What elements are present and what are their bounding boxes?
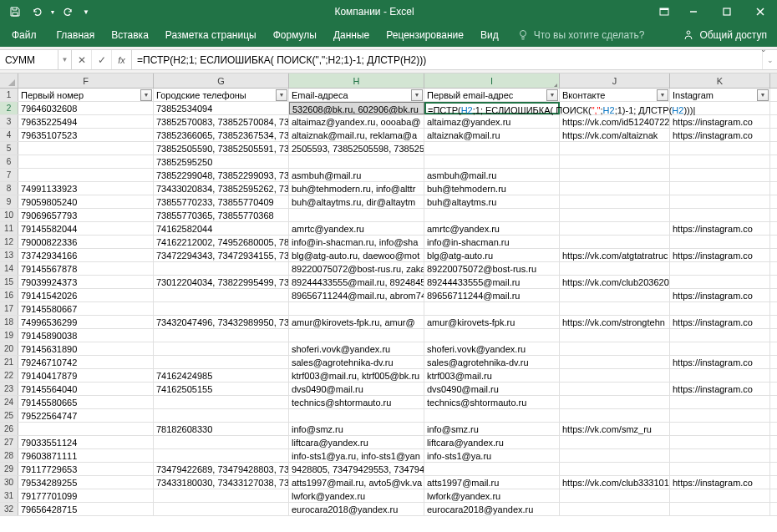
cell[interactable]: 79039924373 <box>18 276 154 288</box>
table-header-cell[interactable]: Городские телефоны▼ <box>154 89 289 101</box>
cell[interactable]: info@in-shacman.ru <box>424 236 560 248</box>
row-header[interactable]: 31 <box>0 489 18 502</box>
cell[interactable]: 73012204034, 73822995499, 7383 <box>154 276 289 288</box>
cell[interactable] <box>670 236 770 248</box>
cell[interactable] <box>560 409 670 422</box>
cell[interactable]: info@smz.ru <box>289 423 424 435</box>
cell[interactable] <box>670 369 770 382</box>
cell[interactable]: 73433180030, 73433127038, 7343 <box>154 476 289 489</box>
cell[interactable]: 73433020834, 73852595262, 7385 <box>154 182 289 195</box>
enter-formula-button[interactable]: ✓ <box>92 50 112 69</box>
cell[interactable]: 79145580667 <box>18 302 154 315</box>
cell[interactable] <box>670 155 770 168</box>
cell[interactable]: 79145582044 <box>18 222 154 235</box>
cell[interactable]: shoferi.vovk@yandex.ru <box>424 342 560 355</box>
cell[interactable]: 73852595250 <box>154 155 289 168</box>
cell[interactable] <box>670 423 770 435</box>
cell[interactable] <box>154 449 289 462</box>
table-header-cell[interactable]: Instagram▼ <box>670 89 770 101</box>
cell[interactable] <box>670 276 770 288</box>
cell[interactable]: https://vk.com/altaiznak <box>560 129 670 141</box>
ribbon-tab-главная[interactable]: Главная <box>48 23 104 47</box>
cell[interactable]: 79603871111 <box>18 449 154 462</box>
cell[interactable]: 79177701099 <box>18 489 154 502</box>
cell[interactable] <box>560 396 670 408</box>
cell[interactable] <box>670 329 770 342</box>
cell[interactable]: https://instagram.co <box>670 249 770 261</box>
cell[interactable]: https://vk.com/club333101 <box>560 476 670 489</box>
cell[interactable]: https://vk.com/atgtatratruc <box>560 249 670 261</box>
cell[interactable] <box>154 409 289 422</box>
share-button[interactable]: Общий доступ <box>673 23 777 47</box>
filter-button[interactable]: ▼ <box>276 89 287 101</box>
cell[interactable]: https://instagram.co <box>670 289 770 301</box>
cell[interactable] <box>18 142 154 155</box>
cell[interactable]: dvs0490@mail.ru <box>289 383 424 395</box>
column-header-I[interactable]: I <box>424 73 560 88</box>
cell[interactable]: 79635225494 <box>18 115 154 128</box>
cell[interactable] <box>560 209 670 221</box>
cell[interactable]: altaimaz@yandex.ru <box>424 115 560 128</box>
cell[interactable]: 74996536299 <box>18 316 154 328</box>
row-header[interactable]: 13 <box>0 249 18 261</box>
cell[interactable]: 79246710742 <box>18 356 154 368</box>
cancel-formula-button[interactable]: ✕ <box>72 50 92 69</box>
cell[interactable]: blg@atg-auto.ru <box>424 249 560 261</box>
cell[interactable]: 79534289255 <box>18 476 154 489</box>
cell[interactable] <box>154 342 289 355</box>
cell[interactable]: 79646032608 <box>18 102 154 114</box>
cell[interactable] <box>560 369 670 382</box>
row-header[interactable]: 10 <box>0 209 18 221</box>
row-header[interactable]: 8 <box>0 182 18 195</box>
column-header-H[interactable]: H <box>289 73 424 88</box>
ribbon-tab-рецензирование[interactable]: Рецензирование <box>378 23 472 47</box>
cell[interactable]: 74991133923 <box>18 182 154 195</box>
cell[interactable]: https://instagram.co <box>670 476 770 489</box>
cell[interactable]: 73742934166 <box>18 249 154 261</box>
cell[interactable] <box>560 356 670 368</box>
cell[interactable]: 74162212002, 74952680005, 7843 <box>154 236 289 248</box>
cell[interactable]: info-sts1@ya.ru <box>424 449 560 462</box>
cell[interactable]: 73432047496, 73432989950, 7343 <box>154 316 289 328</box>
ribbon-tab-вид[interactable]: Вид <box>472 23 507 47</box>
cell[interactable]: buh@tehmodern.ru, info@alttr <box>289 182 424 195</box>
row-header[interactable]: 26 <box>0 423 18 435</box>
cell[interactable]: 89656711244@mail.ru <box>424 289 560 301</box>
cell[interactable] <box>154 356 289 368</box>
cell[interactable] <box>670 396 770 408</box>
cell[interactable] <box>560 489 670 502</box>
cell[interactable] <box>670 449 770 462</box>
row-header[interactable]: 7 <box>0 169 18 181</box>
cell[interactable] <box>560 182 670 195</box>
cell[interactable] <box>424 142 560 155</box>
cell[interactable]: https://instagram.co <box>670 383 770 395</box>
column-header-G[interactable]: G <box>154 73 289 88</box>
cell[interactable] <box>560 155 670 168</box>
select-all-corner[interactable] <box>0 73 18 88</box>
row-header[interactable]: 6 <box>0 155 18 168</box>
cell[interactable]: 78182608330 <box>154 423 289 435</box>
cell[interactable]: https://vk.com/id51240722 <box>560 115 670 128</box>
cell[interactable]: 2505593, 73852505598, 73852555 <box>289 142 424 155</box>
save-button[interactable] <box>5 2 25 22</box>
cell[interactable]: buh@altaytms.ru, dir@altaytm <box>289 195 424 208</box>
cell[interactable]: altaimaz@yandex.ru, oooaba@ <box>289 115 424 128</box>
cell[interactable]: https://instagram.co <box>670 316 770 328</box>
cell[interactable]: ktrf003@mail.ru <box>424 369 560 382</box>
cell[interactable] <box>154 289 289 301</box>
cell[interactable] <box>289 329 424 342</box>
cell[interactable] <box>670 409 770 422</box>
cell[interactable] <box>560 436 670 448</box>
ribbon-tab-вставка[interactable]: Вставка <box>103 23 157 47</box>
cell[interactable]: altaiznak@mail.ru, reklama@a <box>289 129 424 141</box>
row-header[interactable]: 19 <box>0 329 18 342</box>
row-header[interactable]: 21 <box>0 356 18 368</box>
cell[interactable] <box>424 329 560 342</box>
cell[interactable]: 89220075072@bost-rus.ru <box>424 262 560 275</box>
undo-button[interactable] <box>27 2 47 22</box>
cell[interactable] <box>560 222 670 235</box>
cell[interactable]: amrtc@yandex.ru <box>289 222 424 235</box>
cell[interactable]: 532608@bk.ru, 602906@bk.ru <box>289 102 424 114</box>
cell[interactable]: 79059805240 <box>18 195 154 208</box>
row-header[interactable]: 27 <box>0 436 18 448</box>
